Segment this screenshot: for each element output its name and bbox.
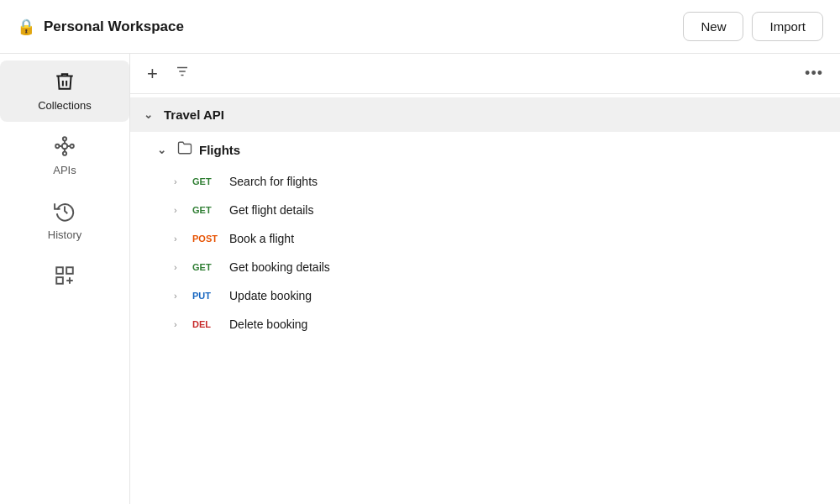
sidebar-item-add[interactable] [0, 255, 129, 300]
endpoint-get-booking-details[interactable]: › GET Get booking details [130, 253, 840, 281]
header-left: 🔒 Personal Workspace [17, 18, 184, 36]
endpoint-chevron: › [174, 176, 186, 186]
sidebar-item-collections[interactable]: Collections [0, 60, 129, 122]
apis-label: APIs [53, 164, 76, 176]
folder-name: Flights [199, 143, 240, 157]
endpoint-chevron: › [174, 234, 186, 244]
import-button[interactable]: Import [752, 12, 823, 41]
endpoint-chevron: › [174, 262, 186, 272]
svg-point-2 [71, 144, 74, 148]
header-actions: New Import [683, 12, 823, 41]
collection-travel-api[interactable]: ⌄ Travel API [130, 97, 840, 132]
endpoint-chevron: › [174, 291, 186, 301]
endpoint-name: Delete booking [229, 318, 307, 331]
svg-rect-10 [66, 267, 73, 274]
svg-rect-11 [56, 277, 63, 284]
new-button[interactable]: New [683, 12, 743, 41]
endpoint-update-booking[interactable]: › PUT Update booking [130, 281, 840, 310]
sidebar-item-history[interactable]: History [0, 190, 129, 251]
endpoint-name: Get flight details [229, 203, 313, 217]
svg-point-0 [62, 144, 68, 150]
method-badge-post: POST [192, 234, 223, 244]
sidebar-item-apis[interactable]: APIs [0, 125, 129, 186]
endpoint-name: Search for flights [229, 175, 318, 188]
filter-button[interactable] [171, 62, 193, 85]
sidebar: Collections APIs [0, 54, 130, 504]
history-label: History [48, 228, 81, 241]
endpoint-name: Book a flight [229, 232, 294, 245]
endpoint-name: Get booking details [229, 260, 330, 274]
search-input[interactable] [203, 67, 791, 81]
add-button[interactable]: + [144, 63, 161, 85]
collection-name: Travel API [164, 108, 224, 122]
svg-point-3 [63, 137, 66, 140]
apis-icon [54, 135, 76, 160]
lock-icon: 🔒 [17, 18, 35, 36]
toolbar: + ••• [130, 54, 840, 94]
folder-icon [177, 140, 192, 159]
method-badge-get: GET [192, 205, 223, 215]
endpoint-chevron: › [174, 319, 186, 329]
endpoint-get-flight-details[interactable]: › GET Get flight details [130, 196, 840, 224]
endpoint-search-flights[interactable]: › GET Search for flights [130, 167, 840, 196]
method-badge-del: DEL [192, 319, 223, 329]
collection-chevron: ⌄ [144, 108, 157, 121]
endpoint-book-flight[interactable]: › POST Book a flight [130, 224, 840, 253]
svg-point-1 [55, 144, 59, 148]
header: 🔒 Personal Workspace New Import [0, 0, 840, 54]
folder-chevron: ⌄ [157, 144, 171, 156]
svg-point-4 [63, 152, 66, 155]
workspace-title: Personal Workspace [44, 18, 184, 35]
svg-rect-9 [56, 267, 63, 274]
main-layout: Collections APIs [0, 54, 840, 504]
more-options-button[interactable]: ••• [801, 63, 827, 84]
method-badge-get: GET [192, 176, 223, 186]
collections-tree: ⌄ Travel API ⌄ Flights › GET Search for … [130, 94, 840, 342]
add-grid-icon [54, 265, 76, 290]
endpoint-name: Update booking [229, 289, 312, 302]
method-badge-put: PUT [192, 291, 223, 301]
history-icon [54, 200, 76, 225]
collections-label: Collections [38, 99, 92, 112]
endpoint-delete-booking[interactable]: › DEL Delete booking [130, 310, 840, 339]
collections-icon [54, 71, 76, 96]
method-badge-get: GET [192, 262, 223, 272]
folder-flights[interactable]: ⌄ Flights [130, 132, 840, 167]
endpoint-chevron: › [174, 205, 186, 215]
content-area: + ••• ⌄ Travel API ⌄ [130, 54, 840, 504]
